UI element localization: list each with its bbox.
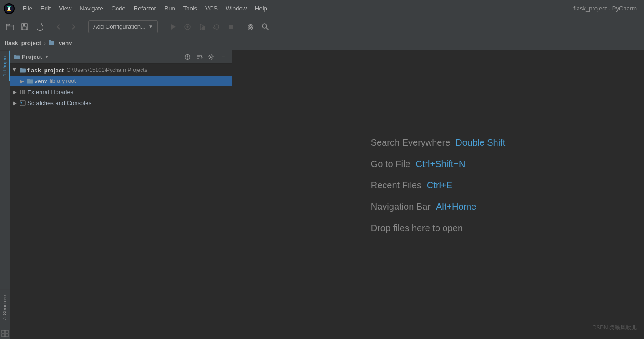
shortcut-nav-bar-label: Navigation Bar <box>371 202 431 212</box>
build-btn[interactable] <box>181 20 194 33</box>
menu-edit[interactable]: Edit <box>37 3 54 14</box>
tree-secondary-venv: library root <box>50 78 76 84</box>
menu-code[interactable]: Code <box>108 3 129 14</box>
tree-item-venv[interactable]: ▶ venv library root <box>10 76 232 86</box>
search-everywhere-btn[interactable] <box>259 20 272 33</box>
separator-4 <box>241 22 241 31</box>
svg-rect-33 <box>24 90 25 94</box>
tree-item-flask-project[interactable]: ▶ flask_project C:\Users\15101\PycharmPr… <box>10 65 232 76</box>
tree-item-scratches[interactable]: ▶ Scratches and Consoles <box>10 97 232 108</box>
tree-folder-icon-venv <box>26 77 34 85</box>
breadcrumb-venv[interactable]: venv <box>59 40 72 46</box>
tree-icon-scratches <box>19 99 26 106</box>
rerun-btn[interactable] <box>210 20 223 33</box>
collapse-btn[interactable] <box>194 52 204 62</box>
shortcut-go-to-file: Go to File Ctrl+Shift+N <box>371 159 506 169</box>
tree-arrow-venv: ▶ <box>19 78 25 84</box>
menu-window[interactable]: Window <box>222 3 250 14</box>
svg-rect-18 <box>5 330 8 333</box>
panel-title-label: Project <box>22 53 42 60</box>
drop-label: Drop files here to open <box>371 223 463 233</box>
content-area: Search Everywhere Double Shift Go to Fil… <box>232 50 644 339</box>
tree-label-external: External Libraries <box>27 89 73 96</box>
svg-point-35 <box>21 102 22 104</box>
menu-file[interactable]: File <box>19 3 36 14</box>
main-layout: 1: Project 7: Structure Project ▼ <box>0 50 644 339</box>
svg-line-16 <box>266 28 268 30</box>
tree-folder-icon-flask <box>19 66 26 74</box>
svg-rect-7 <box>22 27 27 30</box>
menu-items: File Edit View Navigate Code Refactor Ru… <box>19 3 573 14</box>
stop-btn[interactable] <box>225 20 238 33</box>
tree-secondary-flask-project: C:\Users\15101\PycharmProjects <box>66 67 147 73</box>
layout-icon <box>1 330 9 337</box>
svg-point-14 <box>250 25 252 27</box>
shortcut-go-to-file-key: Ctrl+Shift+N <box>416 159 465 169</box>
crosshair-btn[interactable] <box>183 52 193 62</box>
app-title: flask_project - PyCharm <box>573 5 641 12</box>
svg-rect-19 <box>2 334 5 337</box>
panel-actions: − <box>183 52 228 62</box>
separator-3 <box>163 22 163 31</box>
svg-rect-6 <box>23 24 25 26</box>
add-config-dropdown-icon: ▼ <box>148 24 153 29</box>
project-panel-header: Project ▼ − <box>10 50 232 64</box>
shortcut-nav-bar-key: Alt+Home <box>436 202 476 212</box>
svg-point-30 <box>210 56 212 58</box>
menu-refactor[interactable]: Refactor <box>130 3 160 14</box>
svg-rect-3 <box>6 25 14 30</box>
toolbar: Add Configuration... ▼ <box>0 17 644 36</box>
panel-dropdown-icon[interactable]: ▼ <box>45 54 49 59</box>
nav-bar: flask_project › venv <box>0 36 644 50</box>
menu-view[interactable]: View <box>55 3 75 14</box>
tree-arrow-flask: ▶ <box>12 67 18 73</box>
menu-navigate[interactable]: Navigate <box>76 3 106 14</box>
svg-rect-20 <box>5 334 8 337</box>
debug-run-btn[interactable] <box>196 20 208 33</box>
shortcut-nav-bar: Navigation Bar Alt+Home <box>371 202 506 212</box>
project-tab[interactable]: 1: Project <box>0 50 10 81</box>
minimize-panel-btn[interactable]: − <box>218 52 228 62</box>
tree-label-venv: venv <box>35 78 47 85</box>
panel-title: Project ▼ <box>14 53 180 60</box>
add-configuration-label: Add Configuration... <box>93 23 146 30</box>
tree-label-flask-project: flask_project <box>27 67 64 74</box>
wrench-btn[interactable] <box>244 20 257 33</box>
structure-tab-label: 7: Structure <box>2 295 7 321</box>
watermark: CSDN @晚风吹儿 <box>592 324 637 332</box>
separator-1 <box>49 22 49 31</box>
svg-marker-8 <box>171 24 176 30</box>
nav-back-btn[interactable] <box>52 20 65 33</box>
tree-item-external-libraries[interactable]: ▶ External Libraries <box>10 86 232 97</box>
shortcut-recent-files-key: Ctrl+E <box>427 180 452 191</box>
sync-btn[interactable] <box>33 20 46 33</box>
project-panel: Project ▼ − ▶ <box>10 50 232 339</box>
shortcut-go-to-file-label: Go to File <box>371 159 411 169</box>
tree-label-scratches: Scratches and Consoles <box>27 100 91 106</box>
shortcut-recent-files: Recent Files Ctrl+E <box>371 180 506 191</box>
menu-help[interactable]: Help <box>251 3 271 14</box>
side-tabs: 1: Project 7: Structure <box>0 50 10 339</box>
menu-vcs[interactable]: VCS <box>202 3 221 14</box>
add-configuration-btn[interactable]: Add Configuration... ▼ <box>88 20 158 33</box>
project-tab-label: 1: Project <box>2 55 7 76</box>
save-btn[interactable] <box>18 20 31 33</box>
menu-bar: File Edit View Navigate Code Refactor Ru… <box>0 0 644 17</box>
panel-folder-icon <box>14 54 20 60</box>
structure-tab[interactable]: 7: Structure <box>0 290 10 325</box>
minus-icon: − <box>221 54 225 60</box>
svg-rect-31 <box>20 90 21 94</box>
svg-rect-32 <box>22 90 24 94</box>
breadcrumb-project[interactable]: flask_project <box>5 40 41 46</box>
menu-run[interactable]: Run <box>161 3 179 14</box>
open-folder-btn[interactable] <box>4 20 16 33</box>
shortcut-search-everywhere: Search Everywhere Double Shift <box>371 137 506 148</box>
menu-tools[interactable]: Tools <box>180 3 201 14</box>
nav-forward-btn[interactable] <box>67 20 80 33</box>
svg-point-10 <box>186 25 188 28</box>
run-btn[interactable] <box>167 20 179 33</box>
shortcuts-list: Search Everywhere Double Shift Go to Fil… <box>371 137 506 233</box>
app-logo <box>3 2 15 15</box>
settings-gear-btn[interactable] <box>206 52 216 62</box>
svg-point-2 <box>8 7 10 10</box>
